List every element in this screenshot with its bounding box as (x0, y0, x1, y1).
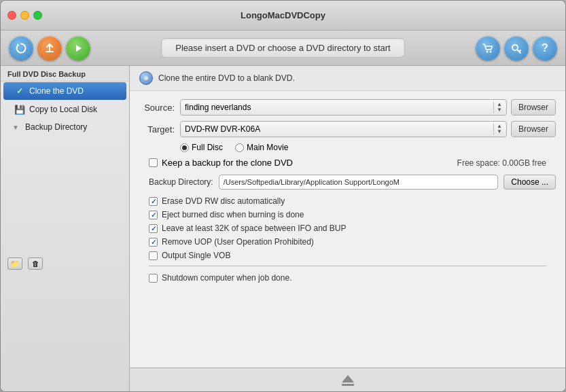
target-row: Target: DVD-RW DVR-K06A ▲ ▼ Browser (139, 121, 556, 137)
svg-point-4 (490, 50, 492, 52)
output-vob-label: Output Single VOB (162, 251, 230, 260)
sidebar-remove-button[interactable]: 🗑 (28, 257, 43, 270)
svg-rect-1 (46, 51, 54, 52)
backup-dir-path: /Users/Softpedia/Library/Application Sup… (219, 175, 499, 190)
svg-marker-2 (76, 45, 82, 52)
output-vob-row: Output Single VOB (149, 251, 556, 260)
target-label: Target: (139, 124, 175, 135)
content-panel: Clone the entire DVD to a blank DVD. Sou… (130, 66, 565, 391)
dvd-icon (139, 71, 153, 85)
sidebar-item-clone-label: Clone the DVD (29, 86, 84, 96)
eject-disc-label: Eject burned disc when burning is done (162, 210, 304, 219)
source-value: finding neverlands (185, 103, 251, 112)
keep-backup-label: Keep a backup for the clone DVD (162, 158, 293, 168)
sidebar-add-button[interactable]: 📁 (7, 257, 22, 270)
trash-icon: 🗑 (32, 260, 39, 268)
cart-button[interactable] (476, 36, 500, 60)
choose-button[interactable]: Choose ... (503, 175, 556, 190)
svg-marker-6 (342, 375, 354, 382)
content-footer (130, 368, 565, 391)
remove-uop-checkbox[interactable] (149, 238, 158, 247)
remove-uop-row: Remove UOP (User Operation Prohibited) (149, 237, 556, 247)
backup-dir-row: Backup Directory: /Users/Softpedia/Libra… (149, 175, 556, 190)
full-disc-label: Full Disc (192, 143, 223, 152)
play-button[interactable] (66, 36, 90, 60)
arrow-down-icon: ▼ (497, 129, 502, 135)
window-title: LongoMacDVDCopy (241, 10, 325, 20)
erase-dvd-checkbox[interactable] (149, 197, 158, 206)
eject-disc-checkbox[interactable] (149, 211, 158, 219)
eject-icon (340, 373, 355, 387)
main-content: Full DVD Disc Backup ✓ Clone the DVD 💾 C… (1, 66, 565, 391)
source-browser-button[interactable]: Browser (511, 99, 556, 115)
leave-space-label: Leave at least 32K of space between IFO … (162, 224, 347, 233)
remove-uop-label: Remove UOP (User Operation Prohibited) (162, 237, 314, 247)
clone-header-text: Clone the entire DVD to a blank DVD. (158, 73, 295, 83)
checkmark-icon: ✓ (14, 86, 25, 96)
close-button[interactable] (7, 11, 16, 20)
shutdown-checkbox[interactable] (149, 274, 158, 283)
sidebar-item-backup-label: Backup Directory (25, 122, 87, 132)
svg-rect-7 (342, 384, 354, 386)
cart-icon (482, 42, 494, 54)
output-vob-checkbox[interactable] (149, 251, 158, 260)
sidebar-footer: 📁 🗑 (1, 136, 130, 391)
radio-group: Full Disc Main Movie (180, 143, 556, 152)
upload-button[interactable] (37, 36, 62, 60)
target-select-wrapper: DVD-RW DVR-K06A ▲ ▼ Browser (180, 121, 556, 137)
source-select[interactable]: finding neverlands ▲ ▼ (180, 99, 507, 115)
status-message: Please insert a DVD or choose a DVD dire… (161, 38, 404, 58)
erase-dvd-row: Erase DVD RW disc automatically (149, 196, 556, 206)
toolbar-right: ? (476, 36, 557, 60)
main-movie-label: Main Movie (247, 143, 288, 152)
eject-button[interactable] (338, 372, 357, 387)
refresh-button[interactable] (9, 36, 33, 60)
toolbar-center: Please insert a DVD or choose a DVD dire… (90, 38, 476, 58)
svg-marker-0 (17, 43, 20, 47)
traffic-lights (7, 11, 42, 20)
keep-backup-checkbox[interactable] (149, 158, 158, 167)
target-value: DVD-RW DVR-K06A (185, 124, 260, 134)
target-browser-button[interactable]: Browser (511, 121, 556, 137)
shutdown-row: Shutdown computer when job done. (149, 273, 556, 283)
sidebar-item-backup-dir[interactable]: ▼ Backup Directory (1, 118, 129, 136)
target-select[interactable]: DVD-RW DVR-K06A ▲ ▼ (180, 121, 507, 137)
leave-space-checkbox[interactable] (149, 224, 158, 233)
play-icon (73, 43, 84, 54)
main-movie-radio-circle (235, 143, 244, 152)
sidebar: Full DVD Disc Backup ✓ Clone the DVD 💾 C… (1, 66, 130, 391)
keep-backup-row: Keep a backup for the clone DVD Free spa… (149, 158, 556, 168)
full-disc-radio[interactable]: Full Disc (180, 143, 223, 152)
main-window: LongoMacDVDCopy Pl (0, 0, 566, 392)
sidebar-section-header: Full DVD Disc Backup (1, 66, 129, 82)
shutdown-label: Shutdown computer when job done. (162, 273, 291, 283)
target-arrows: ▲ ▼ (493, 124, 502, 135)
content-spacer (130, 295, 565, 368)
sidebar-item-clone-dvd[interactable]: ✓ Clone the DVD (3, 82, 126, 100)
help-icon: ? (542, 42, 548, 54)
refresh-icon (15, 42, 27, 54)
form-area: Source: finding neverlands ▲ ▼ Browser (130, 91, 565, 295)
disk-icon: 💾 (14, 104, 25, 115)
sidebar-item-copy-local[interactable]: 💾 Copy to Local Disk (1, 101, 129, 118)
minimize-button[interactable] (20, 11, 29, 20)
toolbar: Please insert a DVD or choose a DVD dire… (1, 31, 565, 66)
clone-header: Clone the entire DVD to a blank DVD. (130, 66, 565, 91)
leave-space-row: Leave at least 32K of space between IFO … (149, 224, 556, 233)
zoom-button[interactable] (33, 11, 42, 20)
help-button[interactable]: ? (533, 36, 557, 60)
source-row: Source: finding neverlands ▲ ▼ Browser (139, 99, 556, 115)
key-icon (510, 42, 523, 54)
toolbar-left (9, 36, 90, 60)
source-arrows: ▲ ▼ (493, 102, 502, 113)
folder-expand-icon: ▼ (10, 122, 21, 132)
upload-icon (44, 43, 55, 54)
main-movie-radio[interactable]: Main Movie (235, 143, 288, 152)
key-button[interactable] (504, 36, 529, 60)
sidebar-item-copy-label: Copy to Local Disk (29, 105, 97, 114)
divider (149, 266, 546, 266)
folder-icon: 📁 (10, 260, 20, 268)
svg-point-3 (487, 50, 489, 52)
keep-backup-checkbox-group: Keep a backup for the clone DVD (149, 158, 293, 168)
full-disc-radio-circle (180, 143, 189, 152)
